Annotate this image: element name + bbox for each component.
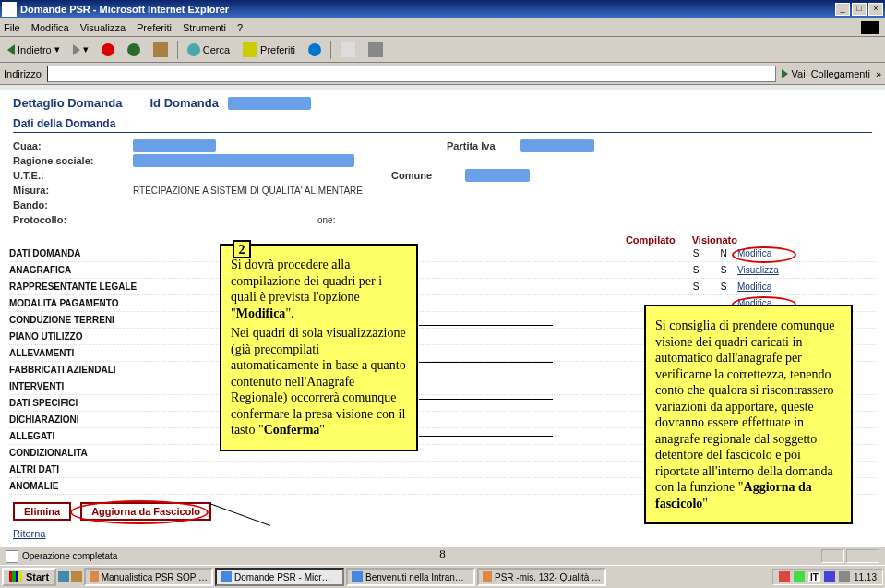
media-button[interactable] bbox=[305, 42, 325, 58]
field-misura-label: Misura: bbox=[13, 185, 133, 196]
form-details: Cuaa:Partita Iva Ragione sociale: U.T.E.… bbox=[0, 135, 885, 231]
ie-icon bbox=[2, 2, 17, 17]
connector-line bbox=[419, 362, 553, 363]
ie-icon bbox=[221, 571, 232, 582]
id-domanda-label: Id Domanda bbox=[149, 96, 218, 110]
favorites-button[interactable]: Preferiti bbox=[239, 41, 299, 59]
minimize-button[interactable]: _ bbox=[835, 3, 850, 16]
callout-number: 2 bbox=[233, 240, 251, 258]
menu-preferiti[interactable]: Preferiti bbox=[137, 22, 172, 33]
field-misura-value: RTECIPAZIONE A SISTEMI DI QUALITA' ALIME… bbox=[133, 186, 363, 196]
row-action-link[interactable]: Modifica bbox=[737, 282, 820, 292]
menubar: File Modifica Visualizza Preferiti Strum… bbox=[0, 18, 885, 37]
menu-file[interactable]: File bbox=[4, 22, 20, 33]
row-name: ALTRI DATI bbox=[9, 464, 682, 474]
row-visionato: S bbox=[710, 265, 737, 275]
lang-indicator[interactable]: IT bbox=[808, 572, 820, 582]
forward-button[interactable]: ▾ bbox=[69, 42, 92, 57]
go-arrow-icon bbox=[782, 69, 788, 78]
print-icon bbox=[368, 42, 383, 57]
start-button[interactable]: Start bbox=[2, 568, 56, 586]
menu-visualizza[interactable]: Visualizza bbox=[80, 22, 126, 33]
print-button[interactable] bbox=[365, 41, 387, 59]
field-ragione-value bbox=[133, 154, 354, 167]
links-label[interactable]: Collegamenti bbox=[811, 68, 870, 79]
row-name: ANOMALIE bbox=[9, 481, 682, 491]
annotation-ellipse bbox=[732, 246, 796, 263]
windows-flag-icon bbox=[9, 571, 22, 582]
field-cuaa-label: Cuaa: bbox=[13, 140, 133, 151]
stop-icon bbox=[102, 43, 114, 56]
elimina-button[interactable]: Elimina bbox=[13, 502, 71, 521]
star-icon bbox=[243, 42, 257, 57]
field-comune-label: Comune bbox=[391, 170, 465, 181]
ritorna-link[interactable]: Ritorna bbox=[13, 528, 45, 539]
back-arrow-icon bbox=[7, 44, 15, 55]
tray-icon[interactable] bbox=[824, 571, 835, 582]
mail-button[interactable] bbox=[337, 41, 359, 59]
row-compilato: S bbox=[682, 265, 710, 275]
menu-modifica[interactable]: Modifica bbox=[31, 22, 69, 33]
row-action-link[interactable]: Modifica bbox=[737, 248, 820, 258]
col-compilato: Compilato bbox=[626, 234, 676, 246]
maximize-button[interactable]: □ bbox=[852, 3, 867, 16]
app-icon bbox=[90, 571, 99, 582]
taskbar-item[interactable]: Manualistica PSR SOP … bbox=[84, 568, 213, 586]
search-icon bbox=[187, 43, 200, 56]
home-button[interactable] bbox=[149, 41, 172, 59]
menu-help[interactable]: ? bbox=[237, 22, 243, 33]
connector-line bbox=[419, 399, 553, 400]
ie-logo-icon bbox=[861, 21, 879, 34]
aggiorna-fascicolo-button[interactable]: Aggiorna da Fascicolo bbox=[80, 502, 211, 521]
media-icon bbox=[308, 43, 321, 56]
toolbar-separator bbox=[330, 41, 331, 59]
toolbar: Indietro ▾ ▾ Cerca Preferiti bbox=[0, 37, 885, 63]
stop-button[interactable] bbox=[98, 42, 118, 58]
table-row: ANAGRAFICASSVisualizza bbox=[9, 262, 876, 279]
tray-icon[interactable] bbox=[794, 571, 805, 582]
back-button[interactable]: Indietro ▾ bbox=[4, 42, 64, 57]
taskbar-item[interactable]: PSR -mis. 132- Qualità … bbox=[477, 568, 606, 586]
table-row: RAPPRESENTANTE LEGALESSModifica bbox=[9, 279, 876, 295]
quicklaunch-icon[interactable] bbox=[71, 571, 82, 582]
home-icon bbox=[153, 42, 168, 57]
row-compilato: S bbox=[682, 248, 710, 258]
connector-line bbox=[419, 325, 553, 326]
field-protocollo-label: Protocollo: bbox=[13, 214, 133, 225]
page-content: Dettaglio Domanda Id Domanda Dati della … bbox=[0, 85, 885, 565]
callout-instructions: 2 Si dovrà procedere alla compilazione d… bbox=[220, 244, 418, 451]
section-title: Dati della Domanda bbox=[13, 117, 872, 133]
tray-icon[interactable] bbox=[779, 571, 790, 582]
row-visionato: S bbox=[710, 282, 737, 292]
forward-arrow-icon bbox=[73, 44, 80, 55]
field-piva-label: Partita Iva bbox=[447, 140, 520, 151]
taskbar-item[interactable]: Benvenuti nella Intran… bbox=[346, 568, 475, 586]
field-cuaa-value bbox=[133, 139, 216, 152]
toolbar-separator bbox=[177, 41, 178, 59]
row-compilato: S bbox=[682, 282, 710, 292]
system-tray: IT 11.13 bbox=[772, 569, 883, 585]
window-title: Domande PSR - Microsoft Internet Explore… bbox=[20, 4, 835, 15]
page-number: 8 bbox=[439, 546, 446, 561]
search-button[interactable]: Cerca bbox=[184, 42, 233, 58]
ie-icon bbox=[352, 571, 363, 582]
col-visionato: Visionato bbox=[692, 234, 737, 246]
menu-strumenti[interactable]: Strumenti bbox=[183, 22, 226, 33]
refresh-button[interactable] bbox=[124, 42, 144, 58]
close-button[interactable]: × bbox=[868, 3, 883, 16]
refresh-icon bbox=[127, 43, 140, 56]
row-action-link[interactable]: Visualizza bbox=[737, 265, 820, 275]
address-input[interactable] bbox=[47, 66, 776, 82]
field-ragione-label: Ragione sociale: bbox=[13, 155, 133, 166]
field-suffix: one: bbox=[317, 215, 335, 225]
field-bando-label: Bando: bbox=[13, 199, 133, 210]
status-text: Operazione completata bbox=[22, 551, 117, 561]
table-row: DATI DOMANDASNModifica bbox=[9, 246, 876, 262]
page-title: Dettaglio Domanda bbox=[13, 96, 122, 110]
go-button[interactable]: Vai bbox=[782, 68, 806, 79]
taskbar-item[interactable]: Domande PSR - Micr… bbox=[215, 568, 344, 586]
page-icon bbox=[6, 550, 18, 563]
quicklaunch-icon[interactable] bbox=[58, 571, 69, 582]
volume-icon[interactable] bbox=[839, 571, 850, 582]
taskbar: Start Manualistica PSR SOP … Domande PSR… bbox=[0, 565, 885, 588]
